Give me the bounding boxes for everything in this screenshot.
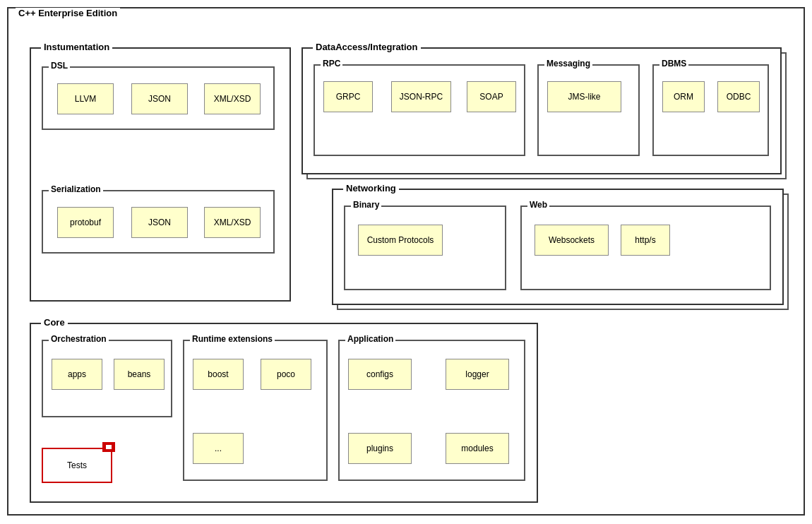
core-title: Core (41, 317, 68, 328)
logger-item[interactable]: logger (446, 359, 509, 390)
networking-title: Networking (343, 183, 399, 193)
ellipsis-item[interactable]: ... (193, 433, 244, 464)
web-box: Web Websockets http/s (520, 206, 771, 290)
dataaccess-section: DataAccess/Integration RPC GRPC JSON-RPC… (301, 47, 782, 174)
application-title: Application (345, 334, 395, 344)
beans-item[interactable]: beans (114, 359, 165, 390)
jsonrpc-item[interactable]: JSON-RPC (391, 81, 451, 112)
json-item[interactable]: JSON (131, 83, 188, 114)
runtime-box: Runtime extensions boost poco ... (183, 340, 328, 481)
poco-item[interactable]: poco (261, 359, 311, 390)
tests-box[interactable]: Tests (42, 448, 112, 483)
protobuf-item[interactable]: protobuf (57, 207, 114, 238)
configs-item[interactable]: configs (348, 359, 412, 390)
dataaccess-title: DataAccess/Integration (313, 42, 421, 52)
serialization-box: Serialization protobuf JSON XML/XSD (42, 190, 275, 254)
binary-box: Binary Custom Protocols (344, 206, 506, 290)
runtime-title: Runtime extensions (190, 334, 275, 344)
serialization-title: Serialization (49, 184, 103, 194)
dsl-box: DSL LLVM JSON XML/XSD (42, 66, 275, 130)
customprotocols-item[interactable]: Custom Protocols (358, 225, 443, 256)
tests-icon (102, 442, 115, 452)
root-container: C++ Enterprise Edition Instumentation DS… (7, 7, 805, 516)
odbc-item[interactable]: ODBC (717, 81, 760, 112)
boost-item[interactable]: boost (193, 359, 244, 390)
jmslike-item[interactable]: JMS-like (547, 81, 621, 112)
xmlxsd-serial-item[interactable]: XML/XSD (204, 207, 261, 238)
networking-section: Networking Binary Custom Protocols Web W… (332, 189, 784, 305)
dbms-title: DBMS (659, 59, 688, 69)
https-item[interactable]: http/s (621, 225, 670, 256)
modules-item[interactable]: modules (446, 433, 509, 464)
orchestration-title: Orchestration (49, 334, 109, 344)
grpc-item[interactable]: GRPC (323, 81, 373, 112)
core-section: Core Orchestration apps beans Runtime ex… (30, 323, 538, 503)
instrumentation-section: Instumentation DSL LLVM JSON XML/XSD Ser… (30, 47, 291, 302)
llvm-item[interactable]: LLVM (57, 83, 114, 114)
orchestration-box: Orchestration apps beans (42, 340, 172, 417)
root-title: C++ Enterprise Edition (16, 8, 120, 18)
orm-item[interactable]: ORM (662, 81, 705, 112)
soap-item[interactable]: SOAP (467, 81, 516, 112)
dsl-title: DSL (49, 61, 70, 71)
plugins-item[interactable]: plugins (348, 433, 412, 464)
xmlxsd-item[interactable]: XML/XSD (204, 83, 261, 114)
binary-title: Binary (351, 200, 381, 210)
json-serial-item[interactable]: JSON (131, 207, 188, 238)
application-box: Application configs logger plugins modul… (338, 340, 525, 481)
dbms-box: DBMS ORM ODBC (652, 64, 769, 156)
web-title: Web (527, 200, 549, 210)
messaging-box: Messaging JMS-like (537, 64, 640, 156)
rpc-box: RPC GRPC JSON-RPC SOAP (314, 64, 525, 156)
tests-label: Tests (67, 460, 87, 470)
apps-item[interactable]: apps (52, 359, 102, 390)
instrumentation-title: Instumentation (41, 42, 112, 52)
websockets-item[interactable]: Websockets (535, 225, 609, 256)
messaging-title: Messaging (544, 59, 592, 69)
rpc-title: RPC (321, 59, 342, 69)
